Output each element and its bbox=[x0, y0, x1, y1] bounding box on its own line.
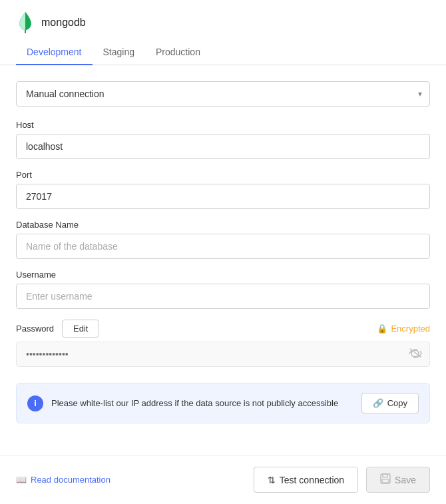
copy-link-icon: 🔗 bbox=[373, 398, 383, 408]
password-section: Password Edit 🔒 Encrypted bbox=[16, 320, 430, 367]
save-button-label: Save bbox=[395, 475, 416, 485]
username-field-group: Username bbox=[16, 270, 430, 309]
copy-button-label: Copy bbox=[387, 398, 407, 408]
tab-staging[interactable]: Staging bbox=[93, 40, 145, 65]
port-input[interactable] bbox=[16, 184, 430, 209]
password-label: Password bbox=[16, 324, 54, 334]
port-label: Port bbox=[16, 170, 430, 180]
host-input[interactable] bbox=[16, 134, 430, 159]
encrypted-badge: 🔒 Encrypted bbox=[377, 324, 430, 334]
svg-rect-1 bbox=[383, 474, 387, 477]
database-name-field-group: Database Name bbox=[16, 220, 430, 259]
copy-ip-button[interactable]: 🔗 Copy bbox=[361, 393, 419, 413]
password-label-edit-group: Password Edit bbox=[16, 320, 99, 338]
info-icon: i bbox=[27, 395, 43, 411]
database-name-label: Database Name bbox=[16, 220, 430, 230]
password-input-wrap bbox=[16, 342, 430, 367]
svg-rect-2 bbox=[382, 479, 389, 483]
book-icon: 📖 bbox=[16, 475, 27, 485]
database-name-input[interactable] bbox=[16, 234, 430, 259]
eye-off-icon[interactable] bbox=[409, 348, 422, 361]
host-field-group: Host bbox=[16, 120, 430, 159]
app-header: mongodb bbox=[0, 0, 446, 33]
doc-link-label: Read documentation bbox=[31, 475, 111, 485]
test-connection-label: Test connection bbox=[280, 475, 344, 485]
arrows-icon: ⇅ bbox=[268, 475, 276, 485]
info-text: Please white-list our IP address if the … bbox=[51, 397, 353, 410]
floppy-icon bbox=[380, 473, 391, 486]
save-button[interactable]: Save bbox=[366, 467, 430, 493]
encrypted-label: Encrypted bbox=[391, 324, 430, 334]
username-input[interactable] bbox=[16, 284, 430, 309]
footer-actions: ⇅ Test connection Save bbox=[254, 467, 430, 493]
connection-type-dropdown[interactable]: Manual connection ▾ bbox=[16, 81, 430, 107]
lock-icon: 🔒 bbox=[377, 324, 387, 334]
main-content: Manual connection ▾ Host Port Database N… bbox=[0, 65, 446, 455]
ip-whitelist-info-box: i Please white-list our IP address if th… bbox=[16, 383, 430, 423]
tab-development[interactable]: Development bbox=[16, 40, 93, 65]
tab-production[interactable]: Production bbox=[145, 40, 211, 65]
connection-type-label: Manual connection bbox=[26, 89, 105, 99]
password-header: Password Edit 🔒 Encrypted bbox=[16, 320, 430, 338]
password-edit-button[interactable]: Edit bbox=[62, 320, 99, 338]
environment-tabs: Development Staging Production bbox=[0, 40, 446, 65]
page-footer: 📖 Read documentation ⇅ Test connection S… bbox=[0, 455, 446, 503]
read-documentation-link[interactable]: 📖 Read documentation bbox=[16, 475, 111, 485]
username-label: Username bbox=[16, 270, 430, 280]
mongodb-logo bbox=[16, 12, 35, 33]
test-connection-button[interactable]: ⇅ Test connection bbox=[254, 467, 358, 493]
port-field-group: Port bbox=[16, 170, 430, 209]
password-input[interactable] bbox=[16, 342, 430, 367]
app-title: mongodb bbox=[41, 17, 86, 29]
connection-type-select[interactable]: Manual connection bbox=[16, 81, 430, 107]
host-label: Host bbox=[16, 120, 430, 130]
